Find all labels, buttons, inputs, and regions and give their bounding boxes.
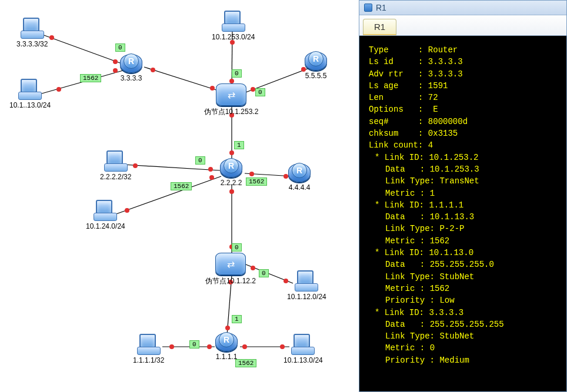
node-label: 5.5.5.5 [305,72,327,80]
router-icon: R [288,163,311,182]
pc-2-2-2-2-32[interactable]: 2.2.2.2/32 [100,150,131,181]
svg-line-7 [115,176,221,215]
svg-point-25 [229,150,234,155]
node-label: 10.1.13.0/24 [284,356,323,364]
pc-icon [222,11,245,32]
node-label: 伪节点10.1.12.2 [195,276,266,286]
svg-point-16 [56,87,61,92]
metric-badge: 1562 [235,359,256,367]
node-label: 伪节点10.1.253.2 [193,107,269,117]
switch-12[interactable]: ⇄ 伪节点10.1.12.2 [195,253,266,286]
svg-point-37 [225,326,230,330]
pc-icon [295,270,318,292]
metric-badge: 1562 [246,177,267,186]
metric-badge: 1562 [80,74,101,82]
svg-point-27 [208,167,213,172]
svg-point-39 [207,344,212,349]
svg-line-6 [124,165,220,170]
metric-badge: 0 [189,340,199,349]
pc-10-1-12[interactable]: 10.1.12.0/24 [287,270,326,301]
metric-badge: 1 [234,141,244,149]
router-icon: R [305,52,327,71]
router-5-5-5-5[interactable]: R 5.5.5.5 [305,52,327,80]
detail-panel: R1 R1 Type : Router Ls id : 3.3.3.3 Adv … [359,0,567,392]
tab-r1[interactable]: R1 [363,19,396,35]
node-label: 2.2.2.2 [220,179,242,187]
node-label: 4.4.4.4 [288,183,311,192]
panel-titlebar[interactable]: R1 [359,1,566,15]
svg-point-17 [113,68,118,73]
pc-10-1-13[interactable]: 10.1..13.0/24 [9,79,51,109]
metric-badge: 1562 [171,182,192,190]
pc-3-3-3-3-32[interactable]: 3.3.3.3/32 [16,18,48,48]
switch-icon: ⇄ [216,83,246,106]
svg-point-14 [49,35,54,40]
node-label: 10.1.253.0/24 [212,33,255,41]
node-label: 1.1.1.1/32 [133,356,164,364]
pc-icon [21,18,44,39]
svg-point-40 [242,344,247,349]
pc-icon [104,150,128,172]
pc-icon [291,334,315,355]
svg-point-18 [151,68,155,72]
node-label: 10.1.24.0/24 [86,222,125,230]
tab-bar: R1 [359,15,566,36]
router-icon: R [120,54,142,73]
pc-icon [94,200,117,221]
node-label: 10.1.12.0/24 [287,293,326,301]
node-label: 3.3.3.3/32 [16,40,48,48]
svg-point-26 [133,163,138,168]
topology-canvas[interactable]: 0 1562 0 0 1 0 1562 1562 0 0 1 0 1562 3.… [0,0,359,392]
metric-badge: 0 [232,243,242,252]
metric-badge: 0 [195,156,205,165]
terminal-output[interactable]: Type : Router Ls id : 3.3.3.3 Adv rtr : … [359,36,566,391]
pc-10-1-24[interactable]: 10.1.24.0/24 [86,200,125,230]
metric-badge: 1 [232,315,242,323]
switch-icon: ⇄ [215,253,246,275]
node-label: 1.1.1.1 [215,353,238,361]
metric-badge: 0 [232,69,242,78]
node-label: 10.1..13.0/24 [9,101,51,109]
metric-badge: 0 [115,43,125,52]
svg-point-29 [209,175,214,180]
svg-point-38 [169,344,174,349]
pc-icon [137,334,161,355]
pc-icon [18,79,42,100]
window-icon [364,4,372,12]
switch-253[interactable]: ⇄ 伪节点10.1.253.2 [193,83,269,117]
panel-title-text: R1 [376,3,386,12]
pc-1-1-1-1-32[interactable]: 1.1.1.1/32 [133,334,164,364]
router-3-3-3-3[interactable]: R 3.3.3.3 [120,54,142,82]
router-1-1-1-1[interactable]: R 1.1.1.1 [215,333,238,361]
svg-point-21 [229,79,234,83]
pc-10-1-13b[interactable]: 10.1.13.0/24 [284,334,323,364]
router-icon: R [215,333,238,351]
svg-point-28 [125,208,129,213]
node-label: 2.2.2.2/32 [100,173,131,181]
router-2-2-2-2[interactable]: R 2.2.2.2 [220,159,242,187]
router-icon: R [220,159,242,177]
svg-point-32 [229,189,234,194]
pc-10-1-253[interactable]: 10.1.253.0/24 [212,11,255,41]
svg-point-31 [284,174,288,179]
router-4-4-4-4[interactable]: R 4.4.4.4 [288,163,311,192]
svg-point-30 [249,172,254,176]
node-label: 3.3.3.3 [120,74,142,82]
svg-point-15 [113,59,118,64]
